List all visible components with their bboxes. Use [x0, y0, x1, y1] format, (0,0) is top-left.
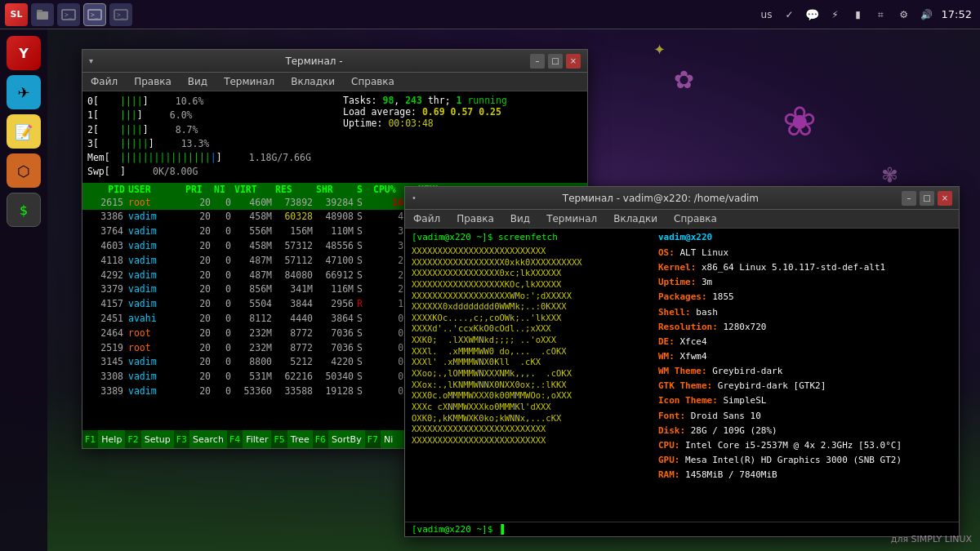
taskbar: SL >_ >_ — [0, 0, 980, 29]
htop-top-section: 0[|||| ] 10.6% 1[||| ] 6.0% 2[|||| ] 8.7… — [82, 91, 587, 183]
tray-checkmark[interactable]: ✓ — [782, 7, 798, 23]
svg-text:>_: >_ — [65, 11, 73, 19]
term2-minimize-btn[interactable]: – — [902, 191, 916, 206]
simply-linux-branding: для SIMPLY LINUX — [891, 534, 972, 544]
svg-rect-0 — [37, 11, 48, 20]
taskbar-right: us ✓ 💬 ⚡ ▮ ⌗ ⚙ 🔊 17:52 — [751, 7, 980, 23]
term2-menu-edit[interactable]: Правка — [453, 211, 497, 226]
htop-arrow: ▾ — [89, 56, 93, 65]
term2-bottom-prompt: [vadim@x220 ~]$ ▌ — [405, 522, 959, 536]
sysinfo-details: OS: ALT Linux Kernel: x86_64 Linux 5.10.… — [658, 246, 952, 482]
htop-maximize-btn[interactable]: □ — [548, 54, 563, 69]
svg-text:>_: >_ — [117, 11, 125, 19]
term2-menubar: Файл Правка Вид Терминал Вкладки Справка — [405, 210, 959, 229]
term2-cursor: ▌ — [498, 524, 504, 535]
tray-steam-icon[interactable]: ⚙ — [896, 7, 912, 23]
term2-ascii-section: [vadim@x220 ~]$ screenfetch XXXXXXXXXXXX… — [412, 232, 650, 518]
tray-volume-icon[interactable]: 🔊 — [919, 7, 935, 23]
taskbar-left: SL >_ >_ — [0, 3, 137, 26]
dock-layers[interactable]: ⬡ — [7, 153, 41, 188]
screenfetch-ascii: XXXXXXXXXXXXXXXXXXXXXXXXXX XXXXXXXXXXXXX… — [412, 246, 650, 447]
term2-menu-view[interactable]: Вид — [507, 211, 533, 226]
htop-minimize-btn[interactable]: – — [530, 54, 545, 69]
dock-notes[interactable]: 📝 — [7, 114, 41, 149]
htop-menubar: Файл Правка Вид Терминал Вкладки Справка — [82, 73, 587, 91]
tray-lang[interactable]: us — [759, 7, 775, 23]
taskbar-time: 17:52 — [942, 8, 972, 20]
htop-f2[interactable]: F2Setup — [125, 430, 173, 448]
htop-window-controls: – □ × — [530, 54, 581, 69]
htop-menu-file[interactable]: Файл — [87, 74, 121, 89]
svg-text:>_: >_ — [91, 11, 99, 19]
term2-sysinfo-section: vadim@x220 OS: ALT Linux Kernel: x86_64 … — [658, 232, 952, 518]
flower-decoration3: ✾ — [881, 163, 898, 187]
htop-cpu-section: 0[|||| ] 10.6% 1[||| ] 6.0% 2[|||| ] 8.7… — [87, 95, 327, 180]
htop-title: Терминал - — [98, 56, 530, 67]
htop-close-btn[interactable]: × — [566, 54, 581, 69]
star-deco: ✦ — [653, 41, 666, 58]
htop-f6[interactable]: F6SortBy — [313, 430, 365, 448]
sysinfo-hostname: vadim@x220 — [658, 232, 952, 242]
flower-decoration: ❀ — [782, 98, 817, 145]
sidebar-dock: Y ✈ 📝 ⬡ $ — [0, 29, 47, 551]
htop-f1[interactable]: F1Help — [82, 430, 125, 448]
term2-menu-help[interactable]: Справка — [670, 211, 720, 226]
dock-terminal[interactable]: $ — [7, 193, 41, 227]
htop-stats-section: Tasks: 98, 243 thr; 1 running Load avera… — [327, 95, 582, 180]
dock-telegram[interactable]: ✈ — [7, 75, 41, 109]
sl-logo[interactable]: SL — [5, 3, 28, 26]
term2-menu-terminal[interactable]: Терминал — [543, 211, 600, 226]
htop-f5[interactable]: F5Tree — [271, 430, 312, 448]
htop-menu-help[interactable]: Справка — [348, 74, 398, 89]
term2-maximize-btn[interactable]: □ — [920, 191, 934, 206]
taskbar-file-manager[interactable] — [31, 3, 54, 26]
term2-dot: • — [412, 193, 416, 202]
term2-close-btn[interactable]: × — [938, 191, 952, 206]
htop-f7[interactable]: F7Ni — [365, 430, 397, 448]
taskbar-terminal1[interactable]: >_ — [57, 3, 80, 26]
htop-menu-view[interactable]: Вид — [185, 74, 211, 89]
htop-menu-terminal[interactable]: Терминал — [220, 74, 278, 89]
term2-window-controls: – □ × — [902, 191, 952, 206]
flower-decoration2: ✿ — [674, 65, 694, 94]
tray-chat-icon[interactable]: 💬 — [804, 7, 821, 23]
htop-titlebar[interactable]: ▾ Терминал - – □ × — [82, 50, 587, 73]
svg-rect-1 — [37, 10, 42, 12]
taskbar-terminal3[interactable]: >_ — [109, 3, 132, 26]
term2-prompt-text: [vadim@x220 ~]$ — [412, 524, 498, 535]
htop-menu-edit[interactable]: Правка — [131, 74, 175, 89]
tray-bluetooth-icon[interactable]: ⚡ — [827, 7, 844, 23]
htop-f3[interactable]: F3Search — [174, 430, 227, 448]
term2-titlebar[interactable]: • Терминал - vadim@x220: /home/vadim – □… — [405, 187, 959, 210]
term2-prompt-line: [vadim@x220 ~]$ screenfetch — [412, 232, 650, 242]
htop-menu-tabs[interactable]: Вкладки — [287, 74, 338, 89]
taskbar-terminal2-active[interactable]: >_ — [83, 3, 106, 26]
term2-menu-tabs[interactable]: Вкладки — [610, 211, 661, 226]
tray-wifi-icon[interactable]: ⌗ — [873, 7, 889, 23]
term2-window: • Терминал - vadim@x220: /home/vadim – □… — [404, 186, 960, 537]
dock-yandex[interactable]: Y — [7, 36, 41, 70]
term2-title: Терминал - vadim@x220: /home/vadim — [420, 193, 902, 204]
htop-f4[interactable]: F4Filter — [227, 430, 272, 448]
desktop: ❀ ✿ ✾ 🌺 ✿ 🌿 ✦ ✦ SL >_ — [0, 0, 980, 551]
tray-battery-icon[interactable]: ▮ — [850, 7, 866, 23]
term2-menu-file[interactable]: Файл — [410, 211, 443, 226]
term2-content: [vadim@x220 ~]$ screenfetch XXXXXXXXXXXX… — [405, 229, 959, 522]
